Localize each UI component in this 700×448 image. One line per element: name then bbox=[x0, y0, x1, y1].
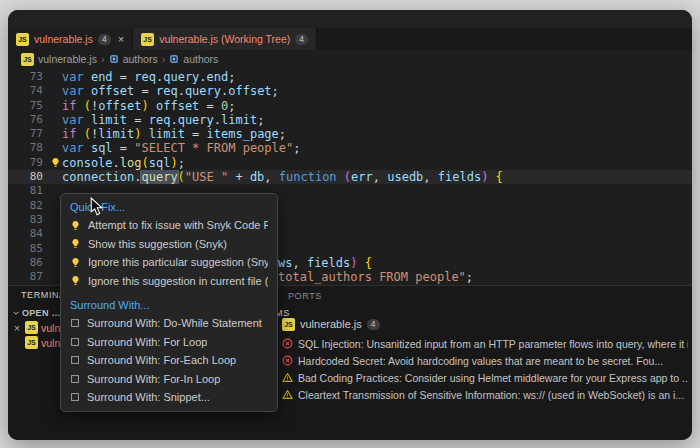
code-token: . bbox=[113, 156, 120, 170]
code-line[interactable]: 73var end = req.query.end; bbox=[8, 70, 692, 84]
problem-message: Cleartext Transmission of Sensitive Info… bbox=[298, 389, 684, 401]
code-token: = bbox=[127, 113, 149, 127]
code-line[interactable]: 79console.log(sql); bbox=[8, 156, 692, 170]
code-token: usedb bbox=[387, 170, 423, 184]
code-token: ; bbox=[466, 270, 473, 284]
code-token: req bbox=[149, 113, 171, 127]
problem-row[interactable]: Bad Coding Practices: Consider using Hel… bbox=[282, 369, 688, 386]
code-token: var bbox=[62, 84, 84, 98]
panel-tab-ports[interactable]: PORTS bbox=[288, 291, 322, 301]
code-token bbox=[84, 113, 91, 127]
code-token: var bbox=[62, 113, 84, 127]
line-number: 75 bbox=[8, 99, 48, 113]
code-token: . bbox=[170, 113, 177, 127]
menu-item[interactable]: Ignore this particular suggestion (Snyk) bbox=[61, 253, 277, 272]
code-token: query bbox=[163, 70, 199, 84]
menu-item-label: Surround With: For-In Loop bbox=[87, 373, 220, 385]
code-token bbox=[84, 70, 91, 84]
breadcrumb-symbol[interactable]: authors bbox=[123, 53, 158, 65]
code-token: ; bbox=[178, 156, 185, 170]
code-line[interactable]: 75if (!offset) offset = 0; bbox=[8, 99, 692, 113]
menu-item[interactable]: Ignore this suggestion in current file (… bbox=[61, 272, 277, 291]
code-token bbox=[358, 256, 365, 270]
tab-close-icon[interactable]: × bbox=[118, 33, 124, 45]
line-number: 85 bbox=[8, 242, 48, 256]
code-line[interactable]: 74var offset = req.query.offset; bbox=[8, 84, 692, 98]
menu-item[interactable]: Surround With: Snippet... bbox=[61, 388, 277, 407]
problem-message: SQL Injection: Unsanitized input from an… bbox=[298, 338, 688, 350]
editor-tab[interactable]: JSvulnerable.js4× bbox=[8, 28, 133, 50]
code-token bbox=[488, 170, 495, 184]
glyph-margin bbox=[48, 113, 62, 127]
problems-count-badge: 4 bbox=[367, 319, 380, 330]
code-token bbox=[149, 99, 156, 113]
symbol-icon bbox=[169, 54, 179, 64]
breadcrumb-symbol[interactable]: authors bbox=[183, 53, 218, 65]
glyph-margin bbox=[48, 141, 62, 155]
editor-tab[interactable]: JSvulnerable.js (Working Tree)4 bbox=[133, 28, 317, 50]
menu-item[interactable]: Surround With: For-In Loop bbox=[61, 370, 277, 389]
menu-item-label: Ignore this particular suggestion (Snyk) bbox=[88, 256, 268, 268]
code-token: ; bbox=[228, 99, 235, 113]
error-icon bbox=[282, 338, 293, 349]
code-token: var bbox=[62, 70, 84, 84]
menu-item[interactable]: Surround With: For Loop bbox=[61, 333, 277, 352]
code-token: "USE " bbox=[185, 170, 228, 184]
js-file-icon: JS bbox=[141, 33, 154, 46]
code-line[interactable]: 76var limit = req.query.limit; bbox=[8, 113, 692, 127]
code-token: sql bbox=[91, 141, 113, 155]
tab-problems-badge: 4 bbox=[295, 34, 308, 45]
code-token: fields bbox=[307, 256, 350, 270]
surround-snippet-icon bbox=[70, 374, 80, 384]
close-icon[interactable]: × bbox=[12, 322, 22, 334]
menu-item[interactable]: Surround With: Do-While Statement bbox=[61, 314, 277, 333]
menu-item[interactable]: Show this suggestion (Snyk) bbox=[61, 235, 277, 254]
menu-item[interactable]: Surround With: For-Each Loop bbox=[61, 351, 277, 370]
code-text: connection.query("USE " + db, function (… bbox=[62, 170, 692, 184]
code-token: , bbox=[373, 170, 387, 184]
line-number: 83 bbox=[8, 213, 48, 227]
code-text: if (!limit) limit = items_page; bbox=[62, 127, 692, 141]
code-token: . bbox=[199, 70, 206, 84]
code-token: total_authors FROM people" bbox=[278, 270, 466, 284]
problems-file-name: vulnerable.js bbox=[300, 318, 362, 330]
code-token: = bbox=[113, 70, 135, 84]
menu-group-header: Quick Fix... bbox=[61, 198, 277, 216]
code-line[interactable]: 78var sql = "SELECT * FROM people"; bbox=[8, 141, 692, 155]
code-token bbox=[76, 127, 83, 141]
glyph-margin bbox=[48, 127, 62, 141]
lightbulb-icon bbox=[70, 257, 81, 268]
code-token: ; bbox=[228, 70, 235, 84]
code-token: ws bbox=[278, 256, 292, 270]
code-token: = bbox=[113, 141, 135, 155]
code-token bbox=[76, 99, 83, 113]
code-text: var limit = req.query.limit; bbox=[62, 113, 692, 127]
code-line[interactable]: 80connection.query("USE " + db, function… bbox=[8, 170, 692, 184]
breadcrumb-file[interactable]: vulnerable.js bbox=[38, 53, 97, 65]
warning-icon bbox=[282, 372, 293, 383]
code-line[interactable]: 77if (!limit) limit = items_page; bbox=[8, 127, 692, 141]
code-token: ) bbox=[350, 256, 357, 270]
problem-row[interactable]: SQL Injection: Unsanitized input from an… bbox=[282, 335, 688, 352]
code-token: , bbox=[423, 170, 437, 184]
menu-item-label: Attempt to fix issue with Snyk Code Fix bbox=[88, 219, 268, 231]
glyph-margin bbox=[48, 99, 62, 113]
glyph-margin bbox=[48, 70, 62, 84]
code-token: limit bbox=[149, 127, 185, 141]
code-token: { bbox=[496, 170, 503, 184]
problem-row[interactable]: Hardcoded Secret: Avoid hardcoding value… bbox=[282, 352, 688, 369]
code-token: ( bbox=[142, 156, 149, 170]
chevron-down-icon bbox=[12, 309, 20, 317]
code-token: ) bbox=[134, 127, 141, 141]
line-number: 77 bbox=[8, 127, 48, 141]
line-number: 81 bbox=[8, 184, 48, 198]
line-number: 80 bbox=[8, 170, 48, 184]
menu-item[interactable]: Attempt to fix issue with Snyk Code Fix bbox=[61, 216, 277, 235]
code-token: . bbox=[178, 84, 185, 98]
code-token: ; bbox=[272, 84, 279, 98]
problem-row[interactable]: Cleartext Transmission of Sensitive Info… bbox=[282, 386, 688, 403]
problems-file-row[interactable]: JS vulnerable.js 4 bbox=[282, 316, 688, 332]
surround-snippet-icon bbox=[70, 392, 80, 402]
code-token: ; bbox=[293, 141, 300, 155]
line-number: 82 bbox=[8, 199, 48, 213]
